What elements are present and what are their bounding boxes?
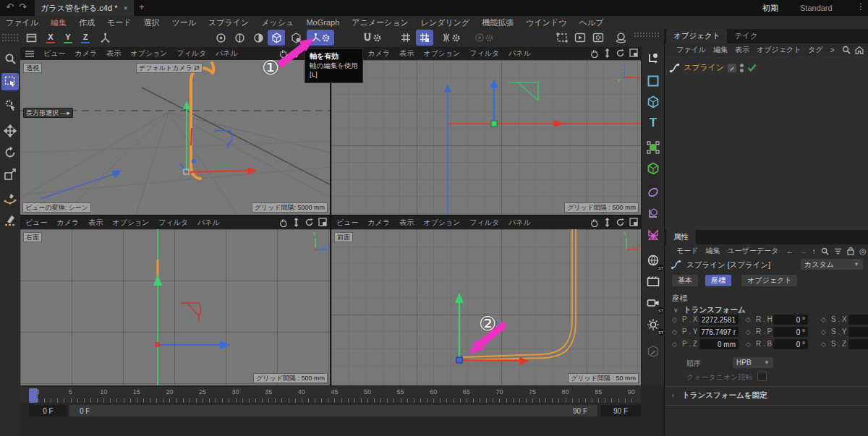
menu-mesh[interactable]: メッシュ bbox=[261, 17, 294, 28]
rotate-tool-icon[interactable] bbox=[1, 144, 19, 161]
pan-hand-icon[interactable] bbox=[279, 218, 288, 227]
timeline-range-track[interactable]: 0 F 90 F bbox=[69, 405, 597, 416]
enabled-check-icon[interactable] bbox=[747, 64, 757, 72]
vp-menu-panel[interactable]: パネル bbox=[509, 218, 531, 228]
layout-tab-standard[interactable]: Standard bbox=[796, 0, 837, 16]
vp-menu-camera[interactable]: カメラ bbox=[367, 48, 390, 59]
vp-menu-options[interactable]: オプション bbox=[423, 48, 460, 59]
at-menu-edit[interactable]: 編集 bbox=[705, 246, 720, 256]
orbit-icon[interactable] bbox=[616, 48, 625, 58]
at-menu-mode[interactable]: モード bbox=[676, 246, 698, 256]
tab-object[interactable]: オブジェクト bbox=[741, 275, 797, 286]
key-diamond-icon[interactable]: ◇ bbox=[821, 341, 826, 348]
vp-menu-display[interactable]: 表示 bbox=[399, 218, 414, 228]
maximize-view-icon[interactable] bbox=[318, 218, 327, 226]
render-view-icon[interactable] bbox=[572, 30, 588, 46]
rectangle-selection-tool-button[interactable] bbox=[1, 73, 19, 90]
camera-object-icon[interactable]: ST bbox=[644, 294, 663, 312]
sketch-pen-tool-icon[interactable] bbox=[1, 212, 19, 229]
grid-snap-button[interactable] bbox=[416, 30, 433, 46]
lock-x-axis-button[interactable]: X bbox=[43, 30, 58, 46]
preset-dropdown[interactable]: カスタム▼ bbox=[801, 259, 863, 270]
more-menu-icon[interactable]: ⋮ bbox=[856, 1, 865, 12]
maximize-view-icon[interactable] bbox=[629, 218, 638, 226]
vp-menu-filter[interactable]: フィルタ bbox=[176, 48, 206, 59]
tab-objects[interactable]: オブジェクト bbox=[666, 29, 727, 43]
spline-pen-tool-icon[interactable] bbox=[1, 190, 19, 208]
timeline-ruler[interactable]: 0 5 10 15 20 25 30 35 40 45 50 55 60 65 … bbox=[20, 387, 641, 403]
camera-chip[interactable]: デフォルトカメラ ⇄ bbox=[136, 63, 203, 73]
zoom-arrows-icon[interactable] bbox=[292, 48, 300, 58]
order-dropdown[interactable]: HPB▼ bbox=[733, 357, 773, 368]
model-mode-button[interactable] bbox=[268, 30, 285, 46]
tab-attributes[interactable]: 属性 bbox=[666, 230, 696, 244]
lock-icon[interactable] bbox=[847, 247, 854, 255]
selection-mode-chip[interactable]: 長方形選択 —▸ bbox=[23, 108, 73, 118]
vp-menu-camera[interactable]: カメラ bbox=[56, 218, 79, 228]
polygons-mode-icon[interactable] bbox=[250, 30, 266, 46]
coordinate-system-icon[interactable] bbox=[97, 30, 113, 46]
undo-icon[interactable]: ↶ bbox=[6, 1, 14, 12]
rh-input[interactable]: 0 ° bbox=[773, 315, 808, 325]
key-diamond-icon[interactable]: ◇ bbox=[746, 316, 751, 323]
maximize-view-icon[interactable] bbox=[629, 48, 638, 57]
om-menu-file[interactable]: ファイル bbox=[676, 45, 706, 55]
vp-menu-camera[interactable]: カメラ bbox=[75, 48, 97, 59]
subdivision-surface-icon[interactable] bbox=[644, 138, 663, 157]
pan-hand-icon[interactable] bbox=[590, 218, 599, 227]
key-diamond-icon[interactable]: ◇ bbox=[672, 328, 677, 335]
sx-input[interactable] bbox=[848, 315, 868, 325]
move-tool-icon[interactable] bbox=[1, 122, 19, 140]
zoom-arrows-icon[interactable] bbox=[292, 218, 300, 227]
playhead[interactable] bbox=[29, 388, 38, 403]
axis-scale-tool-button[interactable] bbox=[437, 30, 464, 46]
key-diamond-icon[interactable]: ◇ bbox=[672, 341, 677, 348]
om-menu-view[interactable]: 表示 bbox=[735, 45, 749, 55]
collapse-caret-icon[interactable]: ∨ bbox=[673, 307, 678, 314]
interactive-render-icon[interactable] bbox=[612, 30, 629, 46]
sy-input[interactable] bbox=[848, 327, 868, 337]
snap-magnet-button[interactable] bbox=[357, 30, 386, 46]
menu-rendering[interactable]: レンダリング bbox=[421, 17, 470, 28]
new-tab-button[interactable]: + bbox=[139, 1, 145, 12]
render-region-icon[interactable] bbox=[554, 30, 570, 46]
vp-menu-display[interactable]: 表示 bbox=[106, 48, 121, 59]
vp-menu-camera[interactable]: カメラ bbox=[367, 218, 390, 228]
orbit-icon[interactable] bbox=[305, 218, 314, 227]
menu-mograph[interactable]: MoGraph bbox=[306, 18, 339, 27]
visibility-dots[interactable] bbox=[740, 64, 744, 72]
px-input[interactable]: 2272.2581 bbox=[699, 315, 739, 325]
home-icon[interactable] bbox=[855, 46, 864, 54]
viewport-perspective-canvas[interactable]: 透視 デフォルトカメラ ⇄ 長方形選択 —▸ ビューの変換: シーン グリッド間… bbox=[20, 60, 330, 215]
om-menu-edit[interactable]: 編集 bbox=[713, 45, 728, 55]
menu-animation[interactable]: アニメーション bbox=[352, 17, 409, 28]
pan-hand-icon[interactable] bbox=[279, 48, 288, 58]
vp-menu-view[interactable]: ビュー bbox=[336, 218, 358, 228]
timeline-start-field[interactable]: 0 F bbox=[29, 405, 67, 416]
menu-edit[interactable]: 編集 bbox=[51, 17, 67, 28]
target-icon[interactable]: ◎ bbox=[859, 247, 867, 256]
disabled-record-button[interactable] bbox=[470, 30, 498, 46]
edges-mode-icon[interactable] bbox=[231, 30, 247, 46]
at-menu-userdata[interactable]: ユーザーデータ bbox=[727, 246, 778, 256]
timeline-end-field[interactable]: 90 F bbox=[600, 405, 641, 416]
cube-primitive-icon[interactable] bbox=[644, 93, 663, 111]
rb-input[interactable]: 0 ° bbox=[773, 339, 808, 349]
hamburger-icon[interactable] bbox=[25, 51, 34, 57]
stage-icon[interactable] bbox=[644, 272, 663, 291]
edit-toggle-icon[interactable] bbox=[728, 64, 736, 72]
viewport-right-canvas[interactable]: Y Z 右面 グリッド間隔 : 500 mm bbox=[20, 229, 330, 385]
menu-mode[interactable]: モード bbox=[107, 17, 132, 28]
light-object-icon[interactable]: ST bbox=[644, 315, 663, 334]
sz-input[interactable] bbox=[848, 339, 868, 349]
close-tab-icon[interactable]: × bbox=[123, 4, 127, 12]
back-arrow-icon[interactable]: ← bbox=[786, 247, 793, 255]
menu-window[interactable]: ウインドウ bbox=[526, 17, 566, 28]
pz-input[interactable]: 0 mm bbox=[699, 339, 739, 349]
tab-basic[interactable]: 基本 bbox=[672, 275, 698, 286]
viewport-front-canvas[interactable]: Y X 前面 グリッド間隔 : 50 mm bbox=[331, 229, 641, 385]
redo-icon[interactable]: ↷ bbox=[19, 1, 27, 12]
vp-menu-options[interactable]: オプション bbox=[423, 218, 460, 228]
expand-caret-icon[interactable]: › bbox=[672, 392, 674, 399]
material-pencil-icon-disabled[interactable] bbox=[644, 342, 663, 361]
